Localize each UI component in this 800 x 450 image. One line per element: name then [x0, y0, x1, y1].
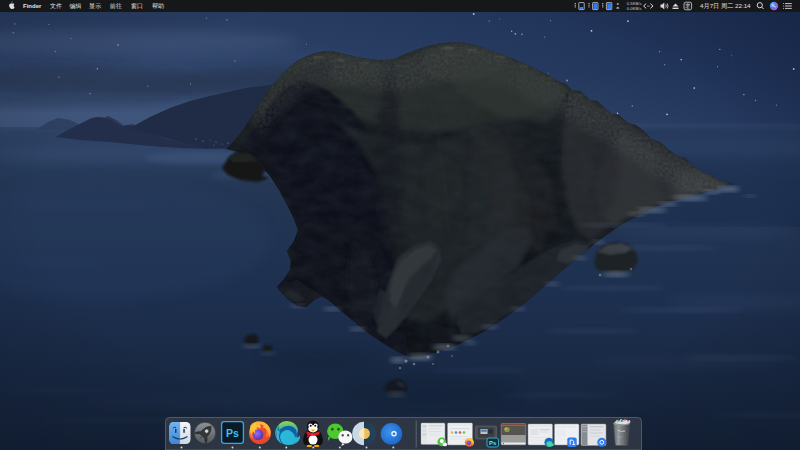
svg-text:Ps: Ps — [489, 440, 497, 446]
svg-text:0.0KB/s: 0.0KB/s — [627, 6, 642, 11]
svg-text:4月7日 周二 22:14: 4月7日 周二 22:14 — [700, 2, 751, 10]
svg-text:Ps: Ps — [226, 427, 239, 439]
